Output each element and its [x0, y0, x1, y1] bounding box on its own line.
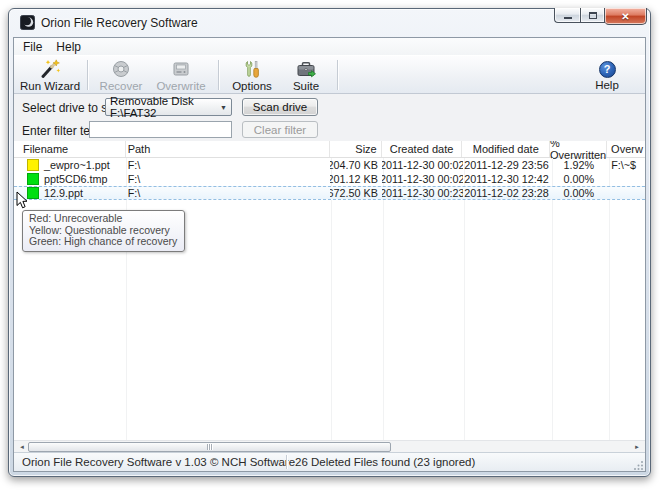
status-version-text: Orion File Recovery Software v 1.03 © NC…	[14, 456, 295, 468]
close-icon: ✕	[621, 11, 629, 22]
tooltip-line-green: Green: High chance of recovery	[29, 236, 177, 248]
title-bar[interactable]: Orion File Recovery Software ✕	[9, 9, 650, 37]
chevron-down-icon: ▼	[220, 104, 227, 111]
cell-overwritten-by	[607, 187, 645, 199]
suite-label: Suite	[293, 80, 319, 92]
thumb-grip	[207, 444, 208, 450]
status-color-yellow	[27, 159, 39, 171]
column-header-filename[interactable]: Filename	[14, 141, 126, 157]
cell-size: 204.70 KB	[330, 158, 382, 172]
scroll-right-icon[interactable]: ►	[629, 441, 645, 453]
close-button[interactable]: ✕	[605, 8, 647, 25]
results-table: Filename Path Size Created date Modified…	[14, 141, 645, 440]
suitcase-icon	[294, 59, 318, 79]
cell-path: F:\	[126, 158, 330, 172]
resize-grip-icon[interactable]	[633, 459, 644, 470]
status-color-green	[27, 187, 39, 199]
status-bar: Orion File Recovery Software v 1.03 © NC…	[14, 452, 645, 471]
run-wizard-button[interactable]: Run Wizard	[18, 57, 82, 93]
suite-button[interactable]: Suite	[280, 57, 332, 93]
scrollbar-thumb[interactable]	[28, 442, 391, 452]
column-gridline	[126, 158, 127, 440]
help-icon: ?	[599, 61, 616, 78]
column-header-path[interactable]: Path	[126, 141, 330, 157]
column-gridline	[331, 158, 332, 440]
column-gridline	[383, 158, 384, 440]
cell-modified: 2011-12-02 23:28	[463, 187, 551, 199]
scan-panel: Select drive to scan: Removable Disk F:\…	[14, 94, 645, 141]
toolbar-separator	[87, 60, 88, 90]
column-header-overwritten-by[interactable]: Overw	[607, 141, 645, 157]
overwrite-button: Overwrite	[149, 57, 213, 93]
overwrite-label: Overwrite	[156, 80, 205, 92]
mouse-cursor-icon	[16, 191, 28, 209]
thumb-grip	[211, 444, 212, 450]
thumb-grip	[209, 444, 210, 450]
minimize-icon	[564, 17, 572, 19]
recover-label: Recover	[100, 80, 143, 92]
column-header-size[interactable]: Size	[330, 141, 382, 157]
column-header-overwritten[interactable]: % Overwritten	[550, 141, 607, 157]
app-icon	[20, 15, 35, 30]
maximize-button[interactable]	[580, 8, 605, 23]
status-color-green	[27, 173, 39, 185]
cell-overwritten-by	[607, 172, 645, 186]
minimize-button[interactable]	[554, 8, 580, 23]
cell-overwritten: 1.92%	[550, 158, 607, 172]
window-title: Orion File Recovery Software	[41, 16, 198, 30]
recover-icon	[109, 59, 133, 79]
horizontal-scrollbar[interactable]: ◄ ►	[14, 440, 645, 452]
drive-selected-value: Removable Disk F:\FAT32	[110, 95, 220, 119]
options-button[interactable]: Options	[224, 57, 280, 93]
recover-button: Recover	[93, 57, 149, 93]
table-row[interactable]: ppt5CD6.tmp F:\ 201.12 KB 2011-12-30 00:…	[14, 172, 645, 186]
cell-overwritten: 0.00%	[550, 172, 607, 186]
clear-filter-button: Clear filter	[242, 121, 318, 138]
help-button[interactable]: ? Help	[587, 57, 627, 93]
scan-drive-button[interactable]: Scan drive	[242, 98, 318, 116]
window-controls: ✕	[554, 8, 647, 25]
screen: { "window": { "title": "Orion File Recov…	[0, 0, 660, 494]
overwrite-icon	[169, 59, 193, 79]
cell-path: F:\	[126, 187, 330, 199]
scan-drive-label: Scan drive	[253, 101, 307, 113]
toolbar-separator	[337, 60, 338, 90]
tooltip-line-red: Red: Unrecoverable	[29, 213, 177, 225]
menu-file[interactable]: File	[16, 39, 49, 55]
toolbar: Run Wizard Recover	[14, 55, 645, 94]
menu-help[interactable]: Help	[49, 39, 88, 55]
table-header: Filename Path Size Created date Modified…	[14, 141, 645, 158]
table-row-selected[interactable]: 12.9.ppt F:\ 672.50 KB 2011-12-30 00:23 …	[14, 186, 645, 200]
status-divider	[286, 455, 287, 469]
help-label: Help	[595, 79, 619, 91]
recovery-legend-tooltip: Red: Unrecoverable Yellow: Questionable …	[22, 210, 185, 252]
table-row[interactable]: _ewpro~1.ppt F:\ 204.70 KB 2011-12-30 00…	[14, 158, 645, 172]
cell-size: 201.12 KB	[330, 172, 382, 186]
column-header-created[interactable]: Created date	[382, 141, 463, 157]
column-header-modified[interactable]: Modified date	[462, 141, 550, 157]
cell-modified: 2011-12-30 12:42	[463, 172, 551, 186]
column-gridline	[609, 158, 610, 440]
cell-size: 672.50 KB	[330, 187, 382, 199]
cell-created: 2011-12-30 00:02	[382, 172, 463, 186]
filter-input[interactable]	[89, 121, 232, 138]
column-gridline	[552, 158, 553, 440]
column-gridline	[464, 158, 465, 440]
cell-overwritten: 0.00%	[550, 187, 607, 199]
cell-modified: 2011-12-29 23:56	[463, 158, 551, 172]
run-wizard-label: Run Wizard	[20, 80, 80, 92]
wand-icon	[38, 59, 62, 79]
cell-filename: ppt5CD6.tmp	[44, 173, 108, 185]
menu-bar: File Help	[14, 38, 645, 55]
drive-select-dropdown[interactable]: Removable Disk F:\FAT32 ▼	[105, 98, 232, 116]
cell-created: 2011-12-30 00:02	[382, 158, 463, 172]
options-label: Options	[232, 80, 272, 92]
maximize-icon	[589, 12, 597, 19]
cell-overwritten-by: F:\~$	[607, 158, 645, 172]
cell-path: F:\	[126, 172, 330, 186]
clear-filter-label: Clear filter	[254, 124, 306, 136]
tools-icon	[240, 59, 264, 79]
cell-filename: 12.9.ppt	[44, 187, 83, 199]
client-area: File Help Run Wizard	[13, 37, 646, 472]
cell-created: 2011-12-30 00:23	[382, 187, 463, 199]
